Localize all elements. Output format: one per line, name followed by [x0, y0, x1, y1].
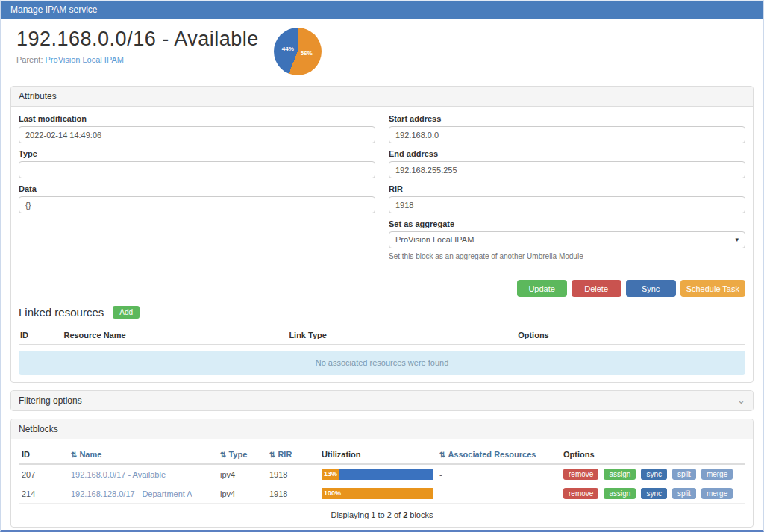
- parent-label: Parent:: [16, 55, 43, 64]
- nb-col-rir-label: RIR: [278, 450, 292, 459]
- start-address-field[interactable]: [389, 126, 745, 143]
- netblock-row: 207 192.168.0.0/17 - Available ipv4 1918…: [19, 464, 745, 484]
- end-address-label: End address: [389, 149, 745, 158]
- data-label: Data: [19, 184, 375, 193]
- nb-row-type: ipv4: [217, 464, 266, 484]
- nb-col-id: ID: [19, 445, 68, 464]
- manage-ipam-modal: Manage IPAM service 192.168.0.0/16 - Ava…: [0, 0, 764, 532]
- nb-col-associated[interactable]: ⇅Associated Resources: [436, 445, 560, 464]
- parent-link[interactable]: ProVision Local IPAM: [46, 55, 124, 64]
- data-field[interactable]: [19, 196, 375, 213]
- paging-status: Displaying 1 to 2 of 2 blocks: [19, 510, 745, 519]
- netblocks-panel-heading: Netblocks: [11, 419, 753, 439]
- end-address-field[interactable]: [389, 161, 745, 178]
- paging-prefix: Displaying 1 to 2 of: [331, 510, 404, 519]
- merge-button[interactable]: merge: [701, 488, 733, 499]
- set-as-aggregate-value: ProVision Local IPAM: [395, 235, 474, 244]
- nb-row-associated: -: [436, 464, 560, 484]
- attributes-panel: Attributes Last modification Type Data: [10, 86, 754, 383]
- nb-col-utilization: Utilization: [319, 445, 436, 464]
- caret-down-icon: ▾: [735, 232, 739, 248]
- linked-resources-table: ID Resource Name Link Type Options: [19, 326, 745, 345]
- nb-col-options: Options: [560, 445, 745, 464]
- utilization-bar: 100%: [322, 488, 433, 499]
- sync-button[interactable]: Sync: [626, 280, 676, 297]
- assign-button[interactable]: assign: [604, 469, 636, 480]
- netblocks-panel: Netblocks ID ⇅Name ⇅Type ⇅RIR Utilizatio…: [10, 419, 754, 528]
- schedule-task-button[interactable]: Schedule Task: [680, 280, 745, 297]
- filtering-options-panel: Filtering options ⌄: [10, 390, 754, 411]
- add-linked-resource-button[interactable]: Add: [113, 306, 140, 319]
- sort-icon: ⇅: [71, 451, 77, 459]
- attributes-right-column: Start address End address RIR Set as agg…: [389, 114, 745, 266]
- linked-resources-section: Linked resources Add ID Resource Name Li…: [19, 306, 745, 375]
- sort-icon: ⇅: [220, 451, 226, 459]
- modal-title: Manage IPAM service: [10, 4, 98, 15]
- linked-resources-heading: Linked resources: [19, 306, 104, 319]
- pie-slice-label-orange: 56%: [301, 50, 313, 57]
- netblock-link[interactable]: 192.168.128.0/17 - Department A: [71, 489, 192, 498]
- modal-titlebar: Manage IPAM service: [1, 1, 763, 19]
- attributes-left-column: Last modification Type Data: [19, 114, 375, 266]
- assign-button[interactable]: assign: [604, 488, 636, 499]
- netblock-link[interactable]: 192.168.0.0/17 - Available: [71, 470, 166, 479]
- sort-icon: ⇅: [439, 451, 445, 459]
- update-button[interactable]: Update: [517, 280, 567, 297]
- linked-col-options: Options: [516, 326, 745, 345]
- nb-row-id: 207: [19, 464, 68, 484]
- set-as-aggregate-help: Set this block as an aggregate of anothe…: [389, 252, 745, 260]
- nb-col-type-label: Type: [228, 450, 247, 459]
- sync-netblock-button[interactable]: sync: [641, 469, 667, 480]
- linked-col-id: ID: [19, 326, 62, 345]
- sync-netblock-button[interactable]: sync: [641, 488, 667, 499]
- remove-button[interactable]: remove: [563, 469, 598, 480]
- set-as-aggregate-select[interactable]: ProVision Local IPAM ▾: [389, 231, 745, 248]
- linked-col-resource-name: Resource Name: [62, 326, 287, 345]
- rir-label: RIR: [389, 184, 745, 193]
- last-modification-field[interactable]: [19, 126, 375, 143]
- rir-field[interactable]: [389, 196, 745, 213]
- nb-col-rir[interactable]: ⇅RIR: [266, 445, 319, 464]
- type-field[interactable]: [19, 161, 375, 178]
- paging-suffix: blocks: [407, 510, 433, 519]
- utilization-fill: 100%: [322, 488, 433, 499]
- attributes-panel-heading: Attributes: [11, 87, 753, 107]
- nb-col-name-label: Name: [79, 450, 101, 459]
- page-title: 192.168.0.0/16 - Available: [16, 28, 259, 51]
- delete-button[interactable]: Delete: [572, 280, 621, 297]
- split-button[interactable]: split: [672, 469, 696, 480]
- block-summary-text: 192.168.0.0/16 - Available Parent: ProVi…: [16, 26, 259, 64]
- nb-row-id: 214: [19, 484, 68, 504]
- netblock-row: 214 192.168.128.0/17 - Department A ipv4…: [19, 484, 745, 504]
- nb-col-associated-label: Associated Resources: [448, 450, 536, 459]
- last-modification-label: Last modification: [19, 114, 375, 123]
- filtering-options-label: Filtering options: [19, 395, 82, 406]
- block-summary: 192.168.0.0/16 - Available Parent: ProVi…: [1, 19, 763, 86]
- chevron-down-icon: ⌄: [737, 397, 745, 404]
- linked-col-link-type: Link Type: [287, 326, 516, 345]
- set-as-aggregate-label: Set as aggregate: [389, 219, 745, 228]
- nb-row-rir: 1918: [266, 464, 319, 484]
- utilization-fill: 13%: [322, 469, 339, 480]
- netblocks-table: ID ⇅Name ⇅Type ⇅RIR Utilization ⇅Associa…: [19, 445, 745, 504]
- no-resources-alert: No associated resources were found: [19, 351, 745, 375]
- filtering-options-header[interactable]: Filtering options ⌄: [11, 391, 753, 410]
- sort-icon: ⇅: [269, 451, 275, 459]
- start-address-label: Start address: [389, 114, 745, 123]
- nb-col-type[interactable]: ⇅Type: [217, 445, 266, 464]
- nb-row-type: ipv4: [217, 484, 266, 504]
- nb-col-name[interactable]: ⇅Name: [68, 445, 217, 464]
- remove-button[interactable]: remove: [563, 488, 598, 499]
- utilization-bar: 13%: [322, 469, 433, 480]
- pie-slice-label-blue: 44%: [282, 46, 294, 52]
- nb-row-associated: -: [436, 484, 560, 504]
- utilization-pie-chart: 44% 56%: [274, 28, 322, 75]
- split-button[interactable]: split: [672, 488, 696, 499]
- merge-button[interactable]: merge: [701, 469, 733, 480]
- attributes-actions: Update Delete Sync Schedule Task: [19, 280, 745, 297]
- utilization-remainder: [339, 469, 433, 480]
- nb-row-rir: 1918: [266, 484, 319, 504]
- type-label: Type: [19, 149, 375, 158]
